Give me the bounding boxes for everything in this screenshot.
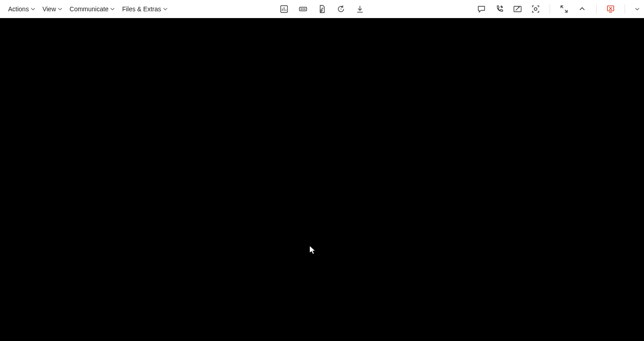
svg-point-5 bbox=[301, 9, 302, 9]
call-icon bbox=[495, 5, 504, 14]
remote-screen-area[interactable] bbox=[0, 18, 644, 341]
separator bbox=[596, 5, 597, 14]
restart-icon bbox=[336, 5, 345, 14]
menu-view-label: View bbox=[42, 5, 56, 13]
remote-input-button[interactable] bbox=[298, 4, 308, 14]
svg-point-7 bbox=[304, 9, 305, 9]
chat-button[interactable] bbox=[476, 4, 486, 14]
svg-line-16 bbox=[561, 6, 563, 8]
chevron-down-icon bbox=[58, 7, 62, 11]
close-session-button[interactable] bbox=[606, 4, 616, 14]
dashboard-button[interactable] bbox=[279, 4, 289, 14]
call-button[interactable] bbox=[495, 4, 504, 14]
svg-point-11 bbox=[341, 9, 341, 9]
chevron-down-icon bbox=[110, 7, 115, 11]
audio-file-icon bbox=[317, 5, 327, 14]
screenshot-icon bbox=[531, 5, 540, 14]
annotate-button[interactable] bbox=[513, 4, 523, 14]
session-toolbar: Actions View Communicate Files & Extras bbox=[0, 0, 644, 18]
menu-files-extras-label: Files & Extras bbox=[122, 5, 161, 13]
download-icon bbox=[355, 5, 364, 14]
options-dropdown-button[interactable] bbox=[634, 4, 640, 14]
svg-point-6 bbox=[303, 9, 303, 9]
restart-button[interactable] bbox=[336, 4, 346, 14]
svg-line-17 bbox=[565, 10, 567, 12]
chevron-down-icon bbox=[635, 6, 640, 12]
menu-communicate-label: Communicate bbox=[70, 5, 108, 13]
download-button[interactable] bbox=[355, 4, 365, 14]
audio-file-button[interactable] bbox=[317, 4, 327, 14]
menu-files-extras[interactable]: Files & Extras bbox=[118, 0, 171, 18]
separator bbox=[550, 5, 550, 14]
separator bbox=[625, 5, 625, 14]
menu-actions-label: Actions bbox=[8, 5, 29, 13]
svg-rect-14 bbox=[514, 6, 521, 12]
remote-input-icon bbox=[299, 5, 308, 14]
fullscreen-button[interactable] bbox=[559, 4, 569, 14]
dashboard-icon bbox=[280, 5, 289, 14]
svg-point-15 bbox=[534, 8, 537, 10]
menu-communicate[interactable]: Communicate bbox=[66, 0, 118, 18]
fullscreen-icon bbox=[560, 5, 569, 14]
chevron-up-icon bbox=[579, 5, 586, 13]
chevron-down-icon bbox=[31, 7, 35, 11]
menu-view[interactable]: View bbox=[39, 0, 66, 18]
menu-actions[interactable]: Actions bbox=[5, 0, 39, 18]
screenshot-button[interactable] bbox=[531, 4, 541, 14]
annotate-icon bbox=[513, 5, 522, 14]
remote-cursor-icon bbox=[310, 246, 315, 256]
chevron-down-icon bbox=[163, 7, 168, 11]
minimize-toolbar-button[interactable] bbox=[577, 4, 587, 14]
close-session-icon bbox=[606, 5, 615, 14]
menu-bar: Actions View Communicate Files & Extras bbox=[0, 0, 171, 18]
chat-icon bbox=[477, 5, 486, 14]
center-toolbar bbox=[279, 0, 365, 18]
right-toolbar bbox=[476, 0, 644, 18]
